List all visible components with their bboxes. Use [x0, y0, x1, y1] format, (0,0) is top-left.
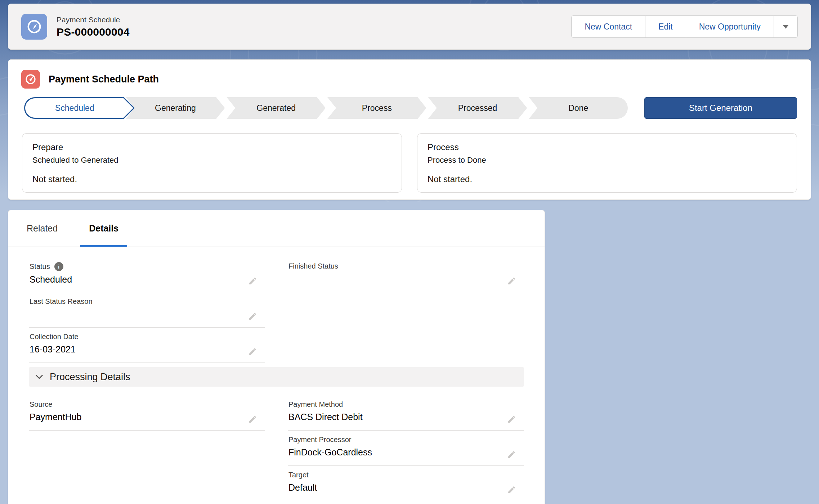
- field-finished-status: Finished Status: [288, 257, 524, 292]
- field-collection-date: Collection Date 16-03-2021: [29, 328, 265, 363]
- path-card-header: Payment Schedule Path: [8, 60, 811, 89]
- path-stage-done[interactable]: Done: [529, 97, 628, 119]
- edit-pencil-icon[interactable]: [507, 415, 516, 424]
- field-status-label: Status i: [30, 262, 265, 271]
- gauge-icon: [24, 73, 37, 85]
- field-last-status-reason-label: Last Status Reason: [30, 297, 265, 306]
- record-tabs: Related Details: [8, 210, 545, 247]
- process-panel: Process Process to Done Not started.: [417, 133, 797, 193]
- path-card-title: Payment Schedule Path: [49, 74, 159, 85]
- path-stages: Scheduled Generating Generated Process P…: [24, 97, 628, 119]
- field-last-status-reason: Last Status Reason: [29, 292, 265, 328]
- new-contact-button[interactable]: New Contact: [572, 16, 645, 37]
- panel-title: Process: [428, 141, 787, 153]
- entity-label: Payment Schedule: [57, 15, 130, 24]
- tab-related[interactable]: Related: [18, 210, 66, 247]
- field-target-label: Target: [288, 471, 524, 479]
- field-source-label: Source: [30, 400, 265, 409]
- empty-cell: [29, 466, 265, 501]
- edit-pencil-icon[interactable]: [507, 485, 516, 494]
- field-payment-processor-value: FinDock-GoCardless: [288, 447, 524, 458]
- record-detail-card: Related Details Status i Scheduled Finis…: [8, 210, 545, 504]
- info-icon[interactable]: i: [54, 262, 63, 271]
- empty-cell: [288, 292, 524, 328]
- payment-schedule-entity-icon: [21, 14, 47, 40]
- edit-pencil-icon[interactable]: [248, 312, 257, 321]
- field-finished-status-label: Finished Status: [288, 262, 524, 270]
- field-collection-date-label: Collection Date: [30, 333, 265, 341]
- new-opportunity-button[interactable]: New Opportunity: [686, 16, 774, 37]
- empty-cell: [29, 431, 265, 466]
- tab-details[interactable]: Details: [80, 210, 127, 247]
- processing-details-section-header[interactable]: Processing Details: [29, 367, 524, 387]
- path-row: Scheduled Generating Generated Process P…: [24, 97, 797, 119]
- panel-subtitle: Process to Done: [428, 156, 787, 165]
- compass-icon: [26, 18, 42, 35]
- edit-button[interactable]: Edit: [645, 16, 686, 37]
- field-payment-processor-label: Payment Processor: [288, 436, 524, 444]
- edit-pencil-icon[interactable]: [507, 450, 516, 459]
- panel-subtitle: Scheduled to Generated: [32, 156, 391, 165]
- path-guidance-panels: Prepare Scheduled to Generated Not start…: [22, 133, 797, 193]
- panel-title: Prepare: [32, 141, 391, 153]
- more-actions-button[interactable]: [774, 16, 797, 37]
- path-stage-generated[interactable]: Generated: [227, 97, 326, 119]
- field-source-value: PaymentHub: [30, 412, 265, 422]
- path-stage-generating[interactable]: Generating: [126, 97, 225, 119]
- edit-pencil-icon[interactable]: [248, 415, 257, 424]
- record-header: Payment Schedule PS-000000004 New Contac…: [8, 4, 811, 50]
- section-title: Processing Details: [50, 372, 130, 383]
- path-stage-process[interactable]: Process: [327, 97, 426, 119]
- chevron-down-icon: [783, 25, 789, 29]
- record-actions: New Contact Edit New Opportunity: [571, 15, 798, 38]
- field-target-value: Default: [288, 482, 524, 493]
- edit-pencil-icon[interactable]: [248, 347, 257, 356]
- field-payment-method: Payment Method BACS Direct Debit: [288, 395, 524, 431]
- panel-status: Not started.: [32, 174, 391, 184]
- start-generation-button[interactable]: Start Generation: [644, 97, 797, 119]
- record-name: PS-000000004: [57, 26, 130, 38]
- record-header-meta: Payment Schedule PS-000000004: [57, 15, 130, 38]
- detail-fields: Status i Scheduled Finished Status Last …: [8, 247, 545, 501]
- panel-status: Not started.: [428, 174, 787, 184]
- page: Payment Schedule PS-000000004 New Contac…: [0, 0, 819, 504]
- payment-schedule-path-card: Payment Schedule Path Scheduled Generati…: [8, 59, 811, 200]
- field-status-value: Scheduled: [30, 274, 265, 285]
- edit-pencil-icon[interactable]: [248, 276, 257, 285]
- prepare-panel: Prepare Scheduled to Generated Not start…: [22, 133, 402, 193]
- path-card-icon: [21, 70, 40, 89]
- path-stage-processed[interactable]: Processed: [428, 97, 527, 119]
- field-payment-method-label: Payment Method: [288, 400, 524, 409]
- field-target: Target Default: [288, 466, 524, 501]
- field-payment-processor: Payment Processor FinDock-GoCardless: [288, 431, 524, 466]
- field-payment-method-value: BACS Direct Debit: [288, 412, 524, 422]
- field-status: Status i Scheduled: [29, 257, 265, 292]
- field-collection-date-value: 16-03-2021: [30, 344, 265, 355]
- path-stage-scheduled[interactable]: Scheduled: [24, 97, 124, 119]
- chevron-down-icon: [35, 374, 43, 379]
- empty-cell: [288, 328, 524, 363]
- edit-pencil-icon[interactable]: [507, 276, 516, 285]
- field-source: Source PaymentHub: [29, 395, 265, 431]
